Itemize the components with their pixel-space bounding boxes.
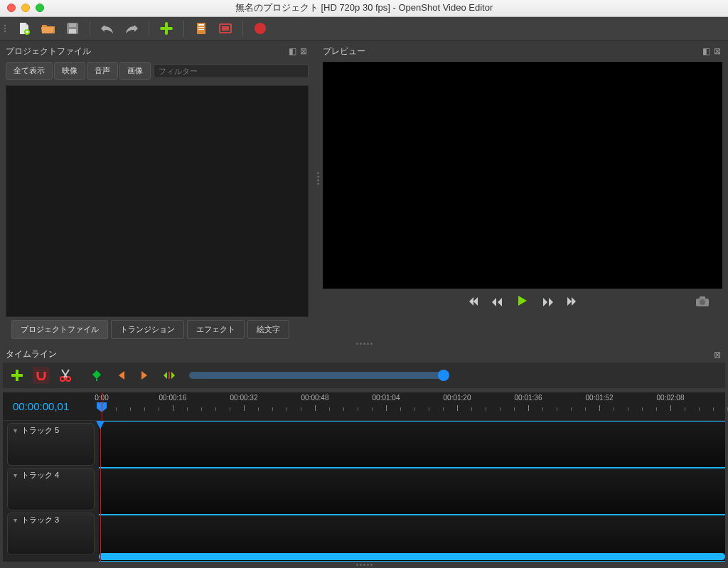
ruler-tick-label: 00:00:32 <box>230 394 258 402</box>
filter-image-tab[interactable]: 画像 <box>119 62 151 80</box>
emoji-tab[interactable]: 絵文字 <box>247 320 289 339</box>
svg-rect-3 <box>69 29 76 33</box>
ruler-tick-label: 00:02:08 <box>657 394 685 402</box>
main-toolbar <box>0 17 728 41</box>
panel-close-icon[interactable]: ⊠ <box>299 46 309 56</box>
jump-end-button[interactable] <box>567 296 579 309</box>
transitions-tab[interactable]: トランジション <box>111 320 184 339</box>
track-label[interactable]: ▾トラック 4 <box>7 468 95 510</box>
track-name: トラック 5 <box>21 425 59 436</box>
ruler-tick-label: 00:01:52 <box>586 394 614 402</box>
track-name: トラック 4 <box>21 470 59 481</box>
project-files-panel-title: プロジェクトファイル <box>6 45 91 58</box>
project-files-tab[interactable]: プロジェクトファイル <box>11 320 108 339</box>
timeline-scrollbar-thumb[interactable] <box>99 553 725 560</box>
vertical-splitter[interactable] <box>313 41 323 317</box>
filter-input[interactable] <box>154 64 309 78</box>
play-button[interactable] <box>518 295 528 310</box>
bottom-splitter[interactable] <box>0 562 728 568</box>
timeline-ruler[interactable]: 0:0000:00:1600:00:3200:00:4800:01:0400:0… <box>99 392 725 420</box>
snapshot-button[interactable] <box>695 296 710 310</box>
chevron-down-icon: ▾ <box>14 427 17 434</box>
horizontal-splitter[interactable] <box>0 341 728 347</box>
add-marker-button[interactable] <box>88 367 105 384</box>
ruler-tick-label: 00:00:16 <box>159 394 187 402</box>
panel-close-icon[interactable]: ⊠ <box>712 350 722 360</box>
redo-button[interactable] <box>123 20 140 37</box>
track-row[interactable] <box>99 468 725 515</box>
fast-forward-button[interactable] <box>542 296 553 309</box>
chevron-down-icon: ▾ <box>14 516 17 524</box>
track-label[interactable]: ▾トラック 3 <box>7 513 95 555</box>
profile-button[interactable] <box>193 20 210 37</box>
timeline-panel-title: タイムライン <box>6 348 57 360</box>
svg-rect-2 <box>69 23 76 27</box>
panel-undock-icon[interactable]: ◧ <box>701 46 711 56</box>
svg-rect-5 <box>198 24 204 26</box>
save-project-button[interactable] <box>64 20 81 37</box>
export-video-button[interactable] <box>252 20 269 37</box>
panel-undock-icon[interactable]: ◧ <box>287 46 297 56</box>
fullscreen-button[interactable] <box>217 20 234 37</box>
center-playhead-button[interactable] <box>161 367 178 384</box>
svg-point-13 <box>700 299 705 305</box>
preview-panel-title: プレビュー <box>323 45 365 58</box>
svg-rect-12 <box>700 296 705 299</box>
zoom-slider[interactable] <box>189 372 445 379</box>
timeline-scrollbar[interactable] <box>99 553 725 560</box>
video-preview-area[interactable] <box>323 62 722 289</box>
chevron-down-icon: ▾ <box>14 471 17 479</box>
import-files-button[interactable] <box>158 20 175 37</box>
filter-video-tab[interactable]: 映像 <box>54 62 85 80</box>
ruler-tick-label: 00:01:20 <box>444 394 471 402</box>
next-marker-button[interactable] <box>136 367 154 384</box>
panel-close-icon[interactable]: ⊠ <box>712 46 722 56</box>
track-name: トラック 3 <box>21 515 59 525</box>
filter-show-all-tab[interactable]: 全て表示 <box>6 62 53 80</box>
project-files-viewer[interactable] <box>6 85 309 317</box>
undo-button[interactable] <box>99 20 116 37</box>
snap-button[interactable] <box>33 367 50 384</box>
svg-rect-6 <box>198 27 204 28</box>
current-timecode: 00:00:00,01 <box>3 392 99 420</box>
titlebar: 無名のプロジェクト [HD 720p 30 fps] - OpenShot Vi… <box>0 0 728 17</box>
rewind-button[interactable] <box>492 296 503 309</box>
ruler-tick-label: 00:01:04 <box>373 394 400 402</box>
razor-button[interactable] <box>57 367 74 384</box>
track-label[interactable]: ▾トラック 5 <box>7 423 95 466</box>
svg-rect-9 <box>222 26 229 31</box>
svg-rect-7 <box>198 29 204 30</box>
previous-marker-button[interactable] <box>112 367 129 384</box>
svg-point-10 <box>255 23 266 34</box>
open-project-button[interactable] <box>40 20 57 37</box>
zoom-slider-thumb[interactable] <box>438 370 449 381</box>
add-track-button[interactable] <box>9 367 26 384</box>
window-title: 無名のプロジェクト [HD 720p 30 fps] - OpenShot Vi… <box>0 1 728 14</box>
track-row[interactable] <box>99 421 725 468</box>
effects-tab[interactable]: エフェクト <box>187 320 245 339</box>
ruler-tick-label: 00:00:48 <box>301 394 329 402</box>
timeline-toolbar <box>3 363 725 388</box>
new-project-button[interactable] <box>16 20 33 37</box>
playhead-line[interactable] <box>100 421 101 562</box>
ruler-tick-label: 00:01:36 <box>515 394 542 402</box>
toolbar-grip[interactable] <box>4 21 9 36</box>
svg-rect-16 <box>168 372 170 379</box>
jump-start-button[interactable] <box>466 296 478 309</box>
playback-controls <box>323 289 722 317</box>
filter-audio-tab[interactable]: 音声 <box>87 62 118 80</box>
